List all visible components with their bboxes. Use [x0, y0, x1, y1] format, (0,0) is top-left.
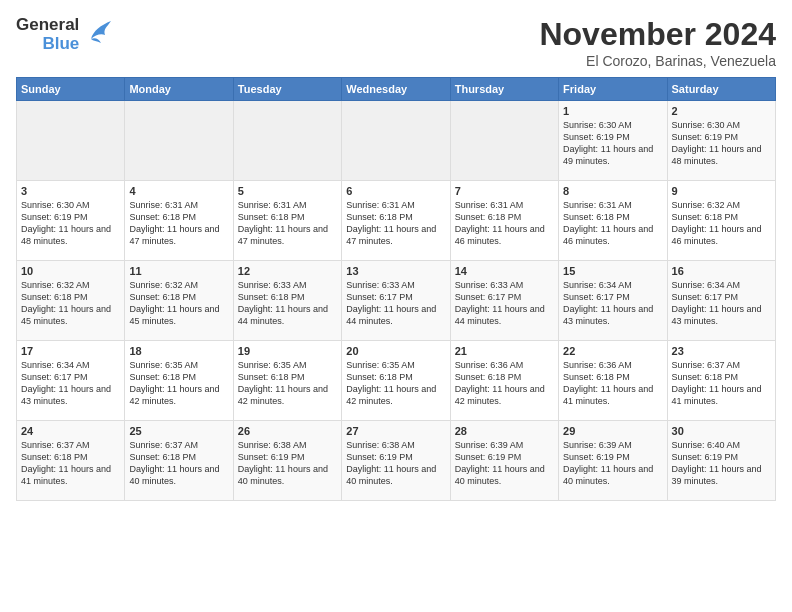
day-info: Daylight: 11 hours and 42 minutes.: [346, 383, 445, 407]
day-info: Daylight: 11 hours and 39 minutes.: [672, 463, 771, 487]
day-info: Sunset: 6:18 PM: [21, 291, 120, 303]
day-info: Daylight: 11 hours and 48 minutes.: [672, 143, 771, 167]
day-info: Daylight: 11 hours and 44 minutes.: [238, 303, 337, 327]
day-info: Daylight: 11 hours and 49 minutes.: [563, 143, 662, 167]
calendar-cell: 27Sunrise: 6:38 AMSunset: 6:19 PMDayligh…: [342, 421, 450, 501]
day-info: Sunset: 6:18 PM: [563, 371, 662, 383]
calendar-week-5: 24Sunrise: 6:37 AMSunset: 6:18 PMDayligh…: [17, 421, 776, 501]
calendar-cell: 19Sunrise: 6:35 AMSunset: 6:18 PMDayligh…: [233, 341, 341, 421]
calendar-cell: 1Sunrise: 6:30 AMSunset: 6:19 PMDaylight…: [559, 101, 667, 181]
calendar-cell: 6Sunrise: 6:31 AMSunset: 6:18 PMDaylight…: [342, 181, 450, 261]
logo-blue: Blue: [42, 35, 79, 54]
day-info: Sunrise: 6:35 AM: [346, 359, 445, 371]
day-number: 20: [346, 345, 445, 357]
location: El Corozo, Barinas, Venezuela: [539, 53, 776, 69]
day-info: Daylight: 11 hours and 46 minutes.: [672, 223, 771, 247]
day-info: Sunrise: 6:31 AM: [129, 199, 228, 211]
day-info: Daylight: 11 hours and 42 minutes.: [238, 383, 337, 407]
day-header-monday: Monday: [125, 78, 233, 101]
calendar-header: SundayMondayTuesdayWednesdayThursdayFrid…: [17, 78, 776, 101]
day-number: 6: [346, 185, 445, 197]
day-info: Daylight: 11 hours and 41 minutes.: [21, 463, 120, 487]
day-info: Sunset: 6:19 PM: [238, 451, 337, 463]
day-number: 11: [129, 265, 228, 277]
calendar-cell: 8Sunrise: 6:31 AMSunset: 6:18 PMDaylight…: [559, 181, 667, 261]
day-number: 26: [238, 425, 337, 437]
day-info: Sunrise: 6:33 AM: [455, 279, 554, 291]
day-number: 8: [563, 185, 662, 197]
calendar-week-3: 10Sunrise: 6:32 AMSunset: 6:18 PMDayligh…: [17, 261, 776, 341]
calendar-cell: 4Sunrise: 6:31 AMSunset: 6:18 PMDaylight…: [125, 181, 233, 261]
day-info: Sunrise: 6:32 AM: [129, 279, 228, 291]
day-info: Sunset: 6:18 PM: [672, 371, 771, 383]
calendar-cell: 24Sunrise: 6:37 AMSunset: 6:18 PMDayligh…: [17, 421, 125, 501]
day-info: Daylight: 11 hours and 44 minutes.: [455, 303, 554, 327]
day-info: Sunset: 6:19 PM: [672, 451, 771, 463]
calendar-cell: 20Sunrise: 6:35 AMSunset: 6:18 PMDayligh…: [342, 341, 450, 421]
day-info: Sunset: 6:18 PM: [346, 371, 445, 383]
day-info: Sunset: 6:17 PM: [563, 291, 662, 303]
calendar-cell: 14Sunrise: 6:33 AMSunset: 6:17 PMDayligh…: [450, 261, 558, 341]
calendar-cell: 10Sunrise: 6:32 AMSunset: 6:18 PMDayligh…: [17, 261, 125, 341]
day-info: Daylight: 11 hours and 40 minutes.: [346, 463, 445, 487]
day-info: Sunset: 6:19 PM: [672, 131, 771, 143]
day-info: Sunset: 6:17 PM: [672, 291, 771, 303]
day-number: 24: [21, 425, 120, 437]
calendar-cell: [233, 101, 341, 181]
day-info: Sunset: 6:19 PM: [346, 451, 445, 463]
day-header-thursday: Thursday: [450, 78, 558, 101]
calendar-cell: 16Sunrise: 6:34 AMSunset: 6:17 PMDayligh…: [667, 261, 775, 341]
calendar-cell: [342, 101, 450, 181]
day-info: Sunset: 6:17 PM: [346, 291, 445, 303]
calendar-cell: [125, 101, 233, 181]
day-info: Sunset: 6:18 PM: [455, 211, 554, 223]
day-info: Sunrise: 6:33 AM: [238, 279, 337, 291]
day-info: Sunrise: 6:37 AM: [129, 439, 228, 451]
day-number: 27: [346, 425, 445, 437]
day-info: Daylight: 11 hours and 46 minutes.: [563, 223, 662, 247]
day-header-friday: Friday: [559, 78, 667, 101]
day-number: 30: [672, 425, 771, 437]
day-number: 22: [563, 345, 662, 357]
day-header-saturday: Saturday: [667, 78, 775, 101]
day-info: Sunrise: 6:31 AM: [346, 199, 445, 211]
day-info: Sunrise: 6:36 AM: [455, 359, 554, 371]
calendar-cell: [450, 101, 558, 181]
day-info: Daylight: 11 hours and 42 minutes.: [129, 383, 228, 407]
day-info: Sunset: 6:18 PM: [238, 291, 337, 303]
title-area: November 2024 El Corozo, Barinas, Venezu…: [539, 16, 776, 69]
calendar-cell: 3Sunrise: 6:30 AMSunset: 6:19 PMDaylight…: [17, 181, 125, 261]
calendar-cell: 11Sunrise: 6:32 AMSunset: 6:18 PMDayligh…: [125, 261, 233, 341]
day-number: 18: [129, 345, 228, 357]
day-number: 1: [563, 105, 662, 117]
day-number: 25: [129, 425, 228, 437]
calendar-cell: 18Sunrise: 6:35 AMSunset: 6:18 PMDayligh…: [125, 341, 233, 421]
logo: General Blue: [16, 16, 113, 53]
day-info: Daylight: 11 hours and 40 minutes.: [129, 463, 228, 487]
calendar-cell: 22Sunrise: 6:36 AMSunset: 6:18 PMDayligh…: [559, 341, 667, 421]
day-number: 7: [455, 185, 554, 197]
calendar-cell: 21Sunrise: 6:36 AMSunset: 6:18 PMDayligh…: [450, 341, 558, 421]
day-info: Sunset: 6:18 PM: [21, 451, 120, 463]
day-number: 12: [238, 265, 337, 277]
calendar-cell: 5Sunrise: 6:31 AMSunset: 6:18 PMDaylight…: [233, 181, 341, 261]
day-number: 3: [21, 185, 120, 197]
calendar-cell: 13Sunrise: 6:33 AMSunset: 6:17 PMDayligh…: [342, 261, 450, 341]
day-number: 2: [672, 105, 771, 117]
day-number: 9: [672, 185, 771, 197]
day-info: Sunset: 6:17 PM: [21, 371, 120, 383]
day-info: Sunrise: 6:30 AM: [21, 199, 120, 211]
header: General Blue November 2024 El Corozo, Ba…: [16, 16, 776, 69]
calendar-week-1: 1Sunrise: 6:30 AMSunset: 6:19 PMDaylight…: [17, 101, 776, 181]
day-info: Sunrise: 6:35 AM: [238, 359, 337, 371]
logo-general: General: [16, 16, 79, 35]
calendar-cell: 28Sunrise: 6:39 AMSunset: 6:19 PMDayligh…: [450, 421, 558, 501]
calendar-cell: 26Sunrise: 6:38 AMSunset: 6:19 PMDayligh…: [233, 421, 341, 501]
day-info: Daylight: 11 hours and 40 minutes.: [563, 463, 662, 487]
day-info: Sunrise: 6:30 AM: [672, 119, 771, 131]
day-info: Sunrise: 6:32 AM: [21, 279, 120, 291]
day-info: Sunrise: 6:35 AM: [129, 359, 228, 371]
day-number: 4: [129, 185, 228, 197]
day-info: Sunrise: 6:34 AM: [672, 279, 771, 291]
calendar-week-2: 3Sunrise: 6:30 AMSunset: 6:19 PMDaylight…: [17, 181, 776, 261]
